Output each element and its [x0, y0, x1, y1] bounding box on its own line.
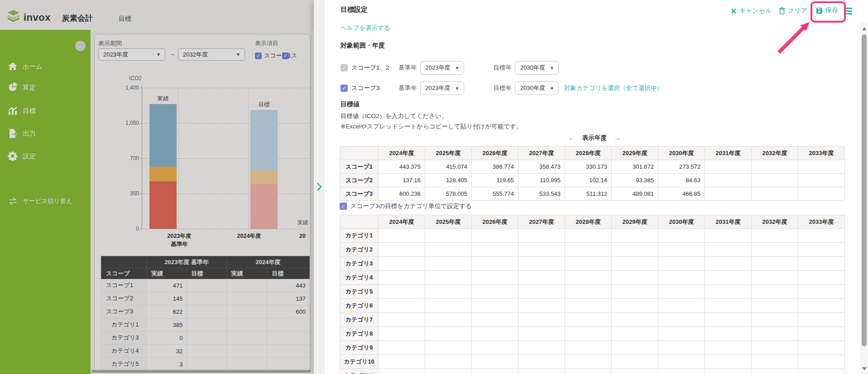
target-value-cell[interactable] [565, 271, 612, 285]
target-value-cell[interactable] [612, 271, 658, 285]
target-value-cell[interactable] [472, 285, 518, 299]
target-value-cell[interactable] [379, 285, 425, 299]
target-value-cell[interactable] [612, 299, 658, 313]
category-mode-checkbox[interactable]: ✓ スコープ3の目標をカテゴリ単位で設定する [340, 202, 472, 210]
target-value-cell[interactable] [518, 369, 565, 374]
target-value-cell[interactable] [752, 299, 798, 313]
target-value-cell[interactable]: 555.774 [472, 187, 518, 201]
target-value-cell[interactable] [379, 369, 425, 374]
target-value-cell[interactable] [798, 271, 845, 285]
target-value-cell[interactable] [518, 313, 565, 327]
target-value-cell[interactable] [472, 341, 518, 355]
target-value-cell[interactable] [472, 313, 518, 327]
target-value-cell[interactable] [518, 341, 565, 355]
target-value-cell[interactable] [425, 271, 472, 285]
target-value-cell[interactable] [752, 327, 798, 341]
target-value-cell[interactable] [612, 229, 658, 243]
target-value-cell[interactable] [379, 271, 425, 285]
target-value-cell[interactable] [565, 229, 612, 243]
target-value-cell[interactable] [752, 243, 798, 257]
target-value-cell[interactable] [798, 285, 845, 299]
target-value-cell[interactable] [705, 271, 752, 285]
target-value-cell[interactable] [752, 174, 798, 187]
target-value-cell[interactable] [658, 369, 705, 374]
target-value-cell[interactable] [752, 229, 798, 243]
pager-next-arrow[interactable]: → [614, 134, 621, 142]
pager-prev-arrow[interactable]: ← [568, 134, 575, 142]
target-value-cell[interactable] [612, 355, 658, 369]
target-value-cell[interactable] [472, 369, 518, 374]
target-value-cell[interactable] [518, 327, 565, 341]
target-value-cell[interactable] [379, 299, 425, 313]
vertical-scrollbar-thumb[interactable] [862, 34, 867, 346]
target-value-cell[interactable] [612, 257, 658, 271]
target-value-cell[interactable]: 84.63 [658, 174, 705, 187]
target-value-cell[interactable] [565, 285, 612, 299]
target-value-cell[interactable] [425, 355, 472, 369]
target-value-cell[interactable]: 466.85 [658, 187, 705, 201]
select-categories-link[interactable]: 対象カテゴリを選択（全て選択中） [564, 84, 663, 92]
target-value-cell[interactable]: 578.005 [425, 187, 472, 201]
target-value-cell[interactable]: 330.173 [565, 160, 612, 174]
target-value-cell[interactable] [379, 257, 425, 271]
target-value-cell[interactable] [658, 229, 705, 243]
target-value-cell[interactable] [565, 369, 612, 374]
target-value-cell[interactable] [425, 369, 472, 374]
target-value-cell[interactable] [425, 229, 472, 243]
target-value-cell[interactable]: 415.074 [425, 160, 472, 174]
target-value-cell[interactable] [518, 229, 565, 243]
target-value-cell[interactable] [798, 313, 845, 327]
target-value-cell[interactable] [425, 341, 472, 355]
target-value-cell[interactable] [658, 341, 705, 355]
target-value-cell[interactable] [705, 187, 752, 201]
target-value-cell[interactable] [472, 243, 518, 257]
target-value-cell[interactable] [798, 160, 845, 174]
target-value-cell[interactable] [752, 285, 798, 299]
scroll-up-arrow[interactable] [862, 27, 867, 30]
target-value-cell[interactable] [612, 243, 658, 257]
target-value-cell[interactable] [798, 355, 845, 369]
target-value-cell[interactable] [379, 327, 425, 341]
target-value-cell[interactable]: 119.65 [472, 174, 518, 187]
target-value-cell[interactable] [565, 257, 612, 271]
target-value-cell[interactable] [798, 187, 845, 201]
target-value-cell[interactable]: 533.543 [518, 187, 565, 201]
target-value-cell[interactable] [798, 341, 845, 355]
target-value-cell[interactable]: 128.405 [425, 174, 472, 187]
target-value-cell[interactable] [565, 355, 612, 369]
target-value-cell[interactable]: 386.774 [472, 160, 518, 174]
target-value-cell[interactable] [612, 327, 658, 341]
target-value-cell[interactable] [798, 299, 845, 313]
target-value-cell[interactable] [612, 313, 658, 327]
target-value-cell[interactable] [658, 257, 705, 271]
target-value-cell[interactable] [798, 257, 845, 271]
target-value-cell[interactable] [612, 369, 658, 374]
target-value-cell[interactable]: 443.375 [379, 160, 425, 174]
target-value-cell[interactable] [612, 341, 658, 355]
target-value-cell[interactable] [798, 243, 845, 257]
target-value-cell[interactable] [752, 160, 798, 174]
target-value-cell[interactable] [752, 355, 798, 369]
target-value-cell[interactable] [705, 327, 752, 341]
target-value-cell[interactable]: 489.081 [612, 187, 658, 201]
target-value-cell[interactable] [565, 313, 612, 327]
target-value-cell[interactable] [705, 341, 752, 355]
checkbox-checked-icon[interactable]: ✓ [340, 85, 348, 92]
scope3-base-year-select[interactable]: 2023年度▼ [420, 81, 464, 95]
target-value-cell[interactable] [658, 355, 705, 369]
target-value-cell[interactable] [379, 313, 425, 327]
target-value-cell[interactable] [379, 355, 425, 369]
target-value-cell[interactable] [472, 257, 518, 271]
target-value-cell[interactable] [425, 257, 472, 271]
target-value-cell[interactable] [472, 229, 518, 243]
target-value-cell[interactable] [705, 229, 752, 243]
target-value-cell[interactable] [705, 355, 752, 369]
target-value-cell[interactable] [752, 369, 798, 374]
target-value-cell[interactable] [565, 299, 612, 313]
target-value-cell[interactable] [425, 299, 472, 313]
target-value-cell[interactable]: 600.236 [379, 187, 425, 201]
target-value-cell[interactable] [658, 243, 705, 257]
target-value-cell[interactable]: 110.895 [518, 174, 565, 187]
target-value-cell[interactable] [658, 271, 705, 285]
target-value-cell[interactable] [752, 271, 798, 285]
